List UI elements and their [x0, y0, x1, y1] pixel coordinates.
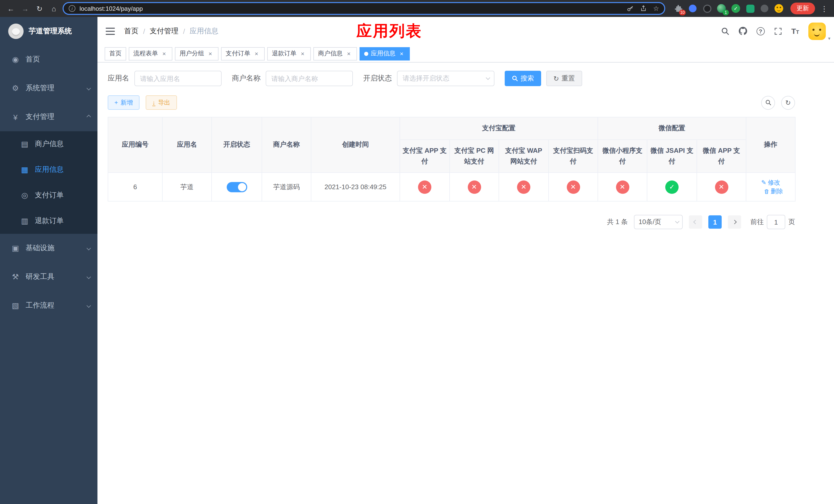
status-toggle[interactable] — [226, 182, 247, 192]
search-button[interactable]: 搜索 — [505, 71, 541, 86]
back-icon[interactable]: ← — [5, 3, 16, 14]
close-icon[interactable]: × — [299, 50, 306, 57]
app-name-input[interactable] — [134, 71, 222, 86]
merchant-name-input[interactable] — [266, 71, 353, 86]
sidebar-item-merchant-info[interactable]: ▤ 商户信息 — [0, 131, 97, 157]
extension-check-icon[interactable]: ✓ — [731, 4, 741, 13]
extension-dark-icon[interactable] — [702, 4, 712, 13]
pagination-total: 共 1 条 — [607, 217, 628, 227]
table-row: 6 芋道 芋道源码 2021-10-23 08:49:25 ✕ ✕ ✕ ✕ ✕ … — [108, 173, 795, 202]
close-icon[interactable]: × — [398, 50, 405, 57]
cell-alipay-wap: ✕ — [499, 173, 549, 202]
tab-user-group[interactable]: 用户分组 × — [175, 47, 219, 60]
search-icon[interactable] — [721, 27, 729, 35]
fullscreen-icon[interactable] — [774, 27, 782, 35]
browser-update-button[interactable]: 更新 — [790, 3, 815, 14]
tab-process-form[interactable]: 流程表单 × — [129, 47, 172, 60]
cell-alipay-app: ✕ — [400, 173, 449, 202]
forward-icon[interactable]: → — [20, 3, 31, 14]
password-key-icon[interactable] — [627, 5, 634, 12]
reset-button[interactable]: ↻ 重置 — [546, 71, 582, 86]
chevron-down-icon — [675, 219, 679, 224]
close-icon[interactable]: × — [345, 50, 352, 57]
toggle-search-button[interactable] — [761, 96, 775, 110]
font-size-icon[interactable]: TT — [791, 27, 799, 35]
sidebar-item-home[interactable]: ◉ 首页 — [0, 45, 97, 74]
page-size-select[interactable]: 10条/页 — [634, 215, 683, 229]
reload-icon[interactable]: ↻ — [34, 3, 45, 14]
browser-menu-icon[interactable]: ⋮ — [820, 4, 829, 13]
logo-avatar — [8, 23, 24, 39]
col-actions: 操作 — [746, 117, 795, 173]
delete-button[interactable]: 删除 — [764, 187, 783, 196]
toolbar-right-actions: ↻ — [761, 96, 795, 110]
merchant-name-label: 商户名称 — [232, 74, 261, 83]
prev-page-button[interactable] — [689, 215, 702, 229]
sidebar-collapse-icon[interactable] — [106, 27, 115, 35]
pagination: 共 1 条 10条/页 1 前往 页 — [108, 215, 795, 229]
share-icon[interactable] — [640, 5, 647, 12]
extensions-puzzle-icon[interactable]: 10 — [674, 4, 683, 13]
extension-blue-icon[interactable] — [688, 4, 698, 13]
sidebar-item-infrastructure[interactable]: ▣ 基础设施 — [0, 234, 97, 262]
goto-label: 前往 — [750, 217, 764, 227]
gear-icon: ⚙ — [10, 84, 21, 93]
export-button[interactable]: ↓ 导出 — [146, 95, 177, 110]
close-icon[interactable]: × — [207, 50, 214, 57]
add-button[interactable]: + 新增 — [108, 95, 139, 110]
sidebar-item-dev-tools[interactable]: ⚒ 研发工具 — [0, 262, 97, 291]
page-number-1[interactable]: 1 — [708, 215, 722, 229]
col-wechat-app: 微信 APP 支付 — [697, 140, 746, 173]
tab-home[interactable]: 首页 — [105, 47, 126, 60]
extension-green-square-icon[interactable] — [745, 4, 755, 13]
extension-emoji-icon[interactable] — [774, 4, 784, 13]
profile-extension-icon[interactable]: 1 — [717, 4, 726, 13]
address-bar[interactable]: i localhost:1024/pay/app ☆ — [63, 2, 665, 15]
status-select[interactable]: 请选择开启状态 — [397, 71, 495, 86]
home-icon[interactable]: ⌂ — [48, 3, 60, 14]
breadcrumb-section[interactable]: 支付管理 — [150, 26, 178, 36]
sidebar-item-pay-order[interactable]: ◎ 支付订单 — [0, 183, 97, 208]
cell-app-id: 6 — [108, 173, 162, 202]
sidebar-item-refund-order[interactable]: ▥ 退款订单 — [0, 208, 97, 234]
cell-wechat-lite: ✕ — [598, 173, 647, 202]
close-icon[interactable]: × — [253, 50, 260, 57]
tab-refund-order[interactable]: 退款订单 × — [267, 47, 311, 60]
cell-wechat-jsapi: ✓ — [647, 173, 697, 202]
col-wechat-lite: 微信小程序支付 — [598, 140, 647, 173]
tab-pay-order[interactable]: 支付订单 × — [221, 47, 265, 60]
cell-app-name: 芋道 — [162, 173, 212, 202]
closed-status-icon: ✕ — [616, 181, 629, 194]
grid-icon: ▦ — [20, 165, 30, 174]
browser-toolbar: ← → ↻ ⌂ i localhost:1024/pay/app ☆ 10 — [0, 0, 834, 17]
sidebar-logo[interactable]: 芋道管理系统 — [0, 17, 97, 45]
opened-status-icon: ✓ — [665, 181, 679, 194]
close-icon[interactable]: × — [160, 50, 168, 57]
sidebar-item-workflow[interactable]: ▧ 工作流程 — [0, 291, 97, 320]
chevron-down-icon — [87, 303, 91, 308]
url-text[interactable]: localhost:1024/pay/app — [80, 5, 623, 12]
sidebar: 芋道管理系统 ◉ 首页 ⚙ 系统管理 ¥ 支付管理 — [0, 17, 97, 504]
extension-pin-icon[interactable] — [760, 4, 769, 13]
goto-suffix: 页 — [788, 217, 795, 227]
bookmark-star-icon[interactable]: ☆ — [653, 5, 659, 12]
col-app-name: 应用名 — [162, 117, 212, 173]
help-icon[interactable]: ? — [756, 27, 765, 35]
sidebar-item-system[interactable]: ⚙ 系统管理 — [0, 74, 97, 102]
sidebar-item-app-info[interactable]: ▦ 应用信息 — [0, 157, 97, 183]
chevron-up-icon — [87, 115, 91, 119]
closed-status-icon: ✕ — [715, 181, 728, 194]
next-page-button[interactable] — [728, 215, 741, 229]
sidebar-item-payment[interactable]: ¥ 支付管理 — [0, 102, 97, 131]
site-info-icon[interactable]: i — [69, 5, 75, 12]
goto-page-input[interactable] — [767, 215, 785, 229]
breadcrumb-home[interactable]: 首页 — [124, 26, 138, 36]
github-icon[interactable] — [738, 27, 747, 36]
tab-app-info[interactable]: 应用信息 × — [359, 47, 410, 60]
tab-merchant-info[interactable]: 商户信息 × — [313, 47, 357, 60]
chevron-right-icon — [732, 220, 737, 224]
user-avatar[interactable]: ▾ — [808, 22, 826, 40]
refresh-table-button[interactable]: ↻ — [781, 96, 795, 110]
yen-icon: ¥ — [10, 113, 21, 121]
edit-button[interactable]: ✎ 修改 — [761, 178, 780, 187]
